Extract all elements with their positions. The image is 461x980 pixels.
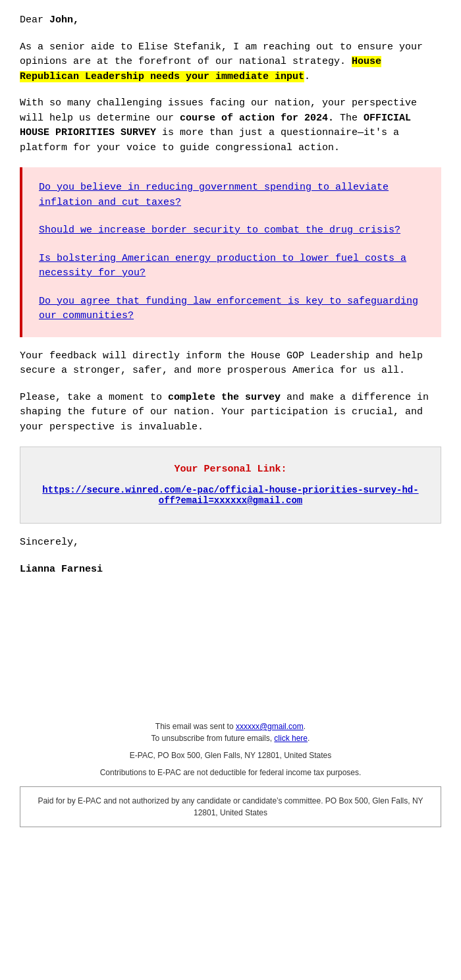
signature: Lianna Farnesi	[20, 562, 441, 578]
footer-period2: .	[308, 734, 310, 743]
question-4-link[interactable]: Do you agree that funding law enforcemen…	[39, 294, 425, 324]
email-spacer	[20, 589, 441, 668]
footer-tax-notice: Contributions to E-PAC are not deductibl…	[20, 767, 441, 778]
email-footer: This email was sent to xxxxxx@gmail.com.…	[20, 707, 441, 827]
course-of-action: course of action for 2024.	[180, 113, 334, 124]
footer-disclaimer: Paid for by E-PAC and not authorized by …	[20, 786, 441, 827]
footer-period1: .	[304, 722, 306, 731]
footer-unsubscribe-link[interactable]: click here	[274, 734, 308, 743]
email-body: Dear John, As a senior aide to Elise Ste…	[20, 13, 441, 827]
feedback-paragraph: Your feedback will directly inform the H…	[20, 349, 441, 379]
greeting-text: Dear	[20, 14, 49, 26]
question-2-link[interactable]: Should we increase border security to co…	[39, 223, 425, 238]
intro-paragraph: As a senior aide to Elise Stefanik, I am…	[20, 40, 441, 85]
cta-start: Please, take a moment to	[20, 392, 168, 403]
footer-address: E-PAC, PO Box 500, Glen Falls, NY 12801,…	[20, 749, 441, 761]
survey-intro-mid: The	[334, 113, 364, 124]
intro-end: .	[304, 71, 310, 82]
footer-unsubscribe-text: To unsubscribe from future emails,	[151, 734, 275, 743]
question-3-link[interactable]: Is bolstering American energy production…	[39, 252, 425, 281]
personal-link-url[interactable]: https://secure.winred.com/e-pac/official…	[40, 485, 421, 506]
question-1-link[interactable]: Do you believe in reducing government sp…	[39, 180, 425, 210]
closing-paragraph: Sincerely,	[20, 535, 441, 551]
personal-link-box: Your Personal Link: https://secure.winre…	[20, 447, 441, 524]
questions-box: Do you believe in reducing government sp…	[20, 167, 441, 337]
footer-sent-text: This email was sent to	[155, 722, 236, 731]
greeting-paragraph: Dear John,	[20, 13, 441, 28]
cta-paragraph: Please, take a moment to complete the su…	[20, 391, 441, 435]
survey-intro-paragraph: With so many challenging issues facing o…	[20, 96, 441, 155]
personal-link-label: Your Personal Link:	[40, 464, 421, 475]
footer-sent-line: This email was sent to xxxxxx@gmail.com.…	[20, 721, 441, 744]
recipient-name: John,	[49, 14, 79, 26]
cta-bold: complete the survey	[168, 392, 281, 403]
footer-sent-email[interactable]: xxxxxx@gmail.com	[236, 722, 304, 731]
